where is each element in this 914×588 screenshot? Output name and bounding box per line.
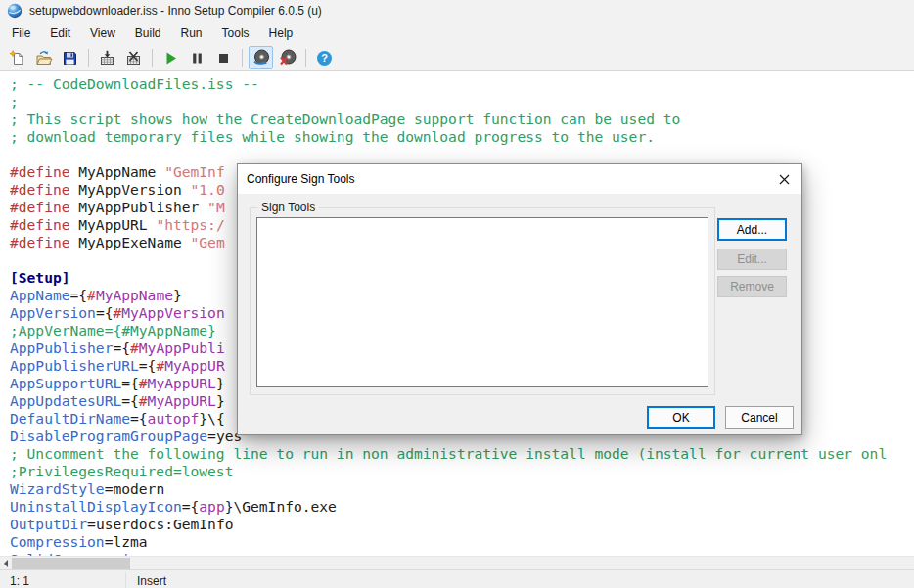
code-line: ; This script shows how the CreateDownlo… xyxy=(10,111,914,128)
compile-crate-icon xyxy=(99,50,115,67)
code-line xyxy=(10,146,914,163)
pause-icon xyxy=(189,50,206,67)
code-line: ; Uncomment the following line to run in… xyxy=(10,445,914,463)
menubar: FileEditViewBuildRunToolsHelp xyxy=(0,22,914,45)
add-button[interactable]: Add... xyxy=(717,218,787,241)
insert-mode-indicator: Insert xyxy=(137,574,166,588)
pause-button[interactable] xyxy=(185,46,209,69)
menu-tools[interactable]: Tools xyxy=(212,23,259,44)
help-question-icon: ? xyxy=(316,50,333,67)
menu-file[interactable]: File xyxy=(2,23,40,44)
code-line: UninstallDisplayIcon={app}\GemInfo.exe xyxy=(10,498,914,516)
open-script-button[interactable] xyxy=(31,46,56,69)
new-script-button[interactable] xyxy=(5,46,29,69)
horizontal-scrollbar[interactable] xyxy=(0,556,914,569)
stop-square-icon xyxy=(215,50,232,67)
code-line: ; xyxy=(10,93,914,111)
compile-button[interactable] xyxy=(95,46,119,69)
open-folder-icon xyxy=(35,50,53,67)
save-script-button[interactable] xyxy=(58,46,82,69)
sign-tools-group-label: Sign Tools xyxy=(257,201,319,214)
sign-tools-listbox[interactable] xyxy=(256,217,708,387)
crate-x-icon xyxy=(125,50,142,67)
toolbar-separator xyxy=(305,49,306,67)
new-file-icon xyxy=(9,50,25,67)
window-titlebar[interactable]: setupwebdownloader.iss - Inno Setup Comp… xyxy=(0,0,914,22)
help-button[interactable]: ? xyxy=(312,46,337,69)
scroll-left-arrow[interactable] xyxy=(0,557,12,570)
terminate-button[interactable] xyxy=(211,46,236,69)
toolbar-separator xyxy=(242,49,243,67)
target-setup-button[interactable] xyxy=(249,46,273,69)
dialog-title: Configure Sign Tools xyxy=(247,172,355,186)
toolbar-separator xyxy=(88,49,89,67)
statusbar: 1: 1 Insert xyxy=(0,569,914,588)
statusbar-divider xyxy=(125,572,126,588)
run-button[interactable] xyxy=(159,46,183,69)
cd-x-icon xyxy=(279,49,297,67)
code-line: ; -- CodeDownloadFiles.iss -- xyxy=(10,75,914,93)
menu-help[interactable]: Help xyxy=(259,23,303,44)
run-play-icon xyxy=(162,50,179,67)
dialog-titlebar[interactable]: Configure Sign Tools xyxy=(238,164,801,194)
save-floppy-icon xyxy=(62,50,78,67)
scrollbar-thumb[interactable] xyxy=(12,558,130,569)
sign-tools-groupbox: Sign Tools xyxy=(250,207,715,395)
cd-arrow-icon xyxy=(252,49,270,67)
dialog-close-button[interactable] xyxy=(766,164,801,194)
menu-edit[interactable]: Edit xyxy=(40,23,80,44)
window-title: setupwebdownloader.iss - Inno Setup Comp… xyxy=(29,4,322,18)
edit-button: Edit... xyxy=(717,249,787,270)
close-icon xyxy=(779,174,790,185)
code-line: OutputDir=userdocs:GemInfo xyxy=(10,516,914,533)
menu-build[interactable]: Build xyxy=(125,23,171,44)
remove-button: Remove xyxy=(717,276,787,297)
stop-compile-button[interactable] xyxy=(121,46,146,69)
cancel-button[interactable]: Cancel xyxy=(725,406,794,429)
code-line: WizardStyle=modern xyxy=(10,480,914,498)
caret-position: 1: 1 xyxy=(10,574,29,588)
menu-view[interactable]: View xyxy=(80,23,125,44)
app-logo-icon xyxy=(7,3,23,19)
target-uninstall-button[interactable] xyxy=(275,46,299,69)
configure-sign-tools-dialog: Configure Sign Tools Sign Tools Add... E… xyxy=(237,163,802,435)
toolbar: ? xyxy=(0,45,914,71)
code-line: ;PrivilegesRequired=lowest xyxy=(10,463,914,480)
code-line: ; download temporary files while showing… xyxy=(10,128,914,146)
toolbar-separator xyxy=(152,49,153,67)
svg-text:?: ? xyxy=(321,52,328,64)
code-line: Compression=lzma xyxy=(10,533,914,551)
menu-run[interactable]: Run xyxy=(171,23,212,44)
ok-button[interactable]: OK xyxy=(647,406,715,429)
